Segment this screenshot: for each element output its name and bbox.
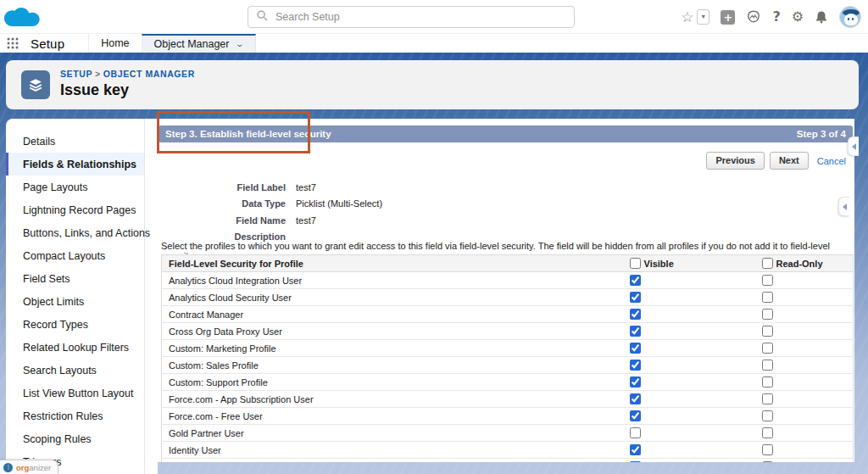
sidebar-item-lightning-record-pages[interactable]: Lightning Record Pages	[6, 198, 144, 221]
user-avatar[interactable]	[839, 6, 861, 28]
read-only-checkbox[interactable]	[762, 343, 773, 354]
field-security-panel: Step 3. Establish field-level security S…	[158, 119, 854, 462]
breadcrumb-separator: >	[92, 69, 103, 79]
salesforce-logo-icon	[3, 3, 42, 34]
profile-name: Analytics Cloud Integration User	[162, 272, 616, 289]
sidebar-item-label: Restriction Rules	[23, 410, 103, 422]
profile-name: Custom: Support Profile	[162, 374, 616, 391]
global-header: ☆ ▾ + ? ⚙	[0, 0, 868, 34]
sidebar-item-object-limits[interactable]: Object Limits	[6, 290, 144, 313]
read-only-checkbox[interactable]	[762, 427, 773, 438]
field-name-value: test7	[296, 215, 316, 226]
wizard-step-indicator: Step 3 of 4	[797, 129, 846, 139]
visible-checkbox[interactable]	[630, 326, 641, 337]
sidebar-nav: DetailsFields & RelationshipsPage Layout…	[6, 119, 145, 474]
profile-name: Analytics Cloud Security User	[162, 289, 616, 306]
visible-checkbox[interactable]	[630, 427, 641, 438]
read-only-checkbox[interactable]	[762, 376, 773, 388]
profile-name: Identity User	[162, 442, 616, 459]
read-only-checkbox[interactable]	[762, 393, 773, 404]
sidebar-item-scoping-rules[interactable]: Scoping Rules	[6, 427, 144, 450]
tab-object-manager[interactable]: Object Manager ⌄	[142, 34, 256, 53]
read-only-checkbox[interactable]	[762, 444, 773, 455]
visible-checkbox[interactable]	[630, 360, 641, 371]
visible-checkbox[interactable]	[630, 444, 641, 455]
sidebar-item-record-types[interactable]: Record Types	[6, 313, 144, 336]
visible-checkbox[interactable]	[630, 275, 641, 286]
breadcrumb-object-manager-link[interactable]: OBJECT MANAGER	[103, 69, 195, 79]
sidebar-item-search-layouts[interactable]: Search Layouts	[6, 359, 144, 382]
visible-checkbox[interactable]	[630, 343, 641, 354]
table-row: Custom: Sales Profile	[162, 357, 854, 374]
help-icon[interactable]: ?	[772, 10, 780, 24]
sidebar-item-list-view-button-layout[interactable]: List View Button Layout	[6, 382, 144, 404]
profile-name: Marketing User	[162, 459, 616, 463]
previous-button[interactable]: Previous	[706, 152, 764, 170]
read-only-checkbox[interactable]	[762, 461, 773, 462]
panel-collapse-tab[interactable]	[838, 197, 849, 216]
cancel-link[interactable]: Cancel	[817, 156, 846, 166]
profile-name: Cross Org Data Proxy User	[162, 323, 616, 340]
profile-name: Force.com - App Subscription User	[162, 391, 616, 408]
organizer-icon: !	[3, 463, 13, 472]
quick-create-icon[interactable]: +	[721, 10, 735, 25]
table-row: Analytics Cloud Security User	[162, 289, 854, 306]
sidebar-item-compact-layouts[interactable]: Compact Layouts	[6, 244, 144, 267]
sidebar-item-related-lookup-filters[interactable]: Related Lookup Filters	[6, 336, 144, 359]
read-only-checkbox[interactable]	[762, 360, 773, 371]
breadcrumb-setup-link[interactable]: SETUP	[60, 69, 92, 79]
next-button[interactable]: Next	[770, 152, 809, 170]
header-actions: ☆ ▾ + ? ⚙	[681, 0, 861, 34]
sidebar-item-details[interactable]: Details	[6, 130, 144, 153]
chevron-left-icon	[843, 204, 847, 210]
visible-checkbox[interactable]	[630, 309, 641, 320]
sidebar-item-label: Page Layouts	[23, 181, 87, 193]
sidebar-item-buttons-links-and-actions[interactable]: Buttons, Links, and Actions	[6, 221, 144, 244]
search-icon	[257, 9, 268, 25]
sidebar-item-fields-relationships[interactable]: Fields & Relationships	[6, 153, 144, 176]
visible-checkbox[interactable]	[630, 461, 641, 462]
read-only-checkbox[interactable]	[762, 309, 773, 320]
sidebar-item-label: Fields & Relationships	[23, 159, 136, 170]
read-only-checkbox[interactable]	[762, 410, 773, 421]
read-only-checkbox[interactable]	[762, 275, 773, 286]
visible-checkbox[interactable]	[630, 393, 641, 404]
favorites-dropdown-button[interactable]: ▾	[697, 9, 709, 25]
table-row: Custom: Support Profile	[162, 374, 854, 391]
visible-checkbox[interactable]	[630, 292, 641, 303]
setup-search[interactable]	[248, 6, 575, 28]
table-row: Force.com - App Subscription User	[162, 391, 854, 408]
table-row: Gold Partner User	[162, 425, 854, 442]
sidebar-item-label: Related Lookup Filters	[23, 342, 129, 354]
sidebar-item-field-sets[interactable]: Field Sets	[6, 267, 144, 290]
wizard-actions: Previous Next Cancel	[706, 152, 846, 170]
sidebar: DetailsFields & RelationshipsPage Layout…	[6, 119, 158, 474]
organizer-extension-badge[interactable]: ! organizer	[0, 460, 58, 474]
read-only-header-label: Read-Only	[776, 259, 823, 269]
chevron-left-icon	[852, 143, 856, 150]
column-header-visible: Visible	[616, 255, 748, 272]
header-collapse-tab[interactable]	[848, 137, 859, 156]
table-row: Analytics Cloud Integration User	[162, 272, 854, 289]
field-label-value: test7	[296, 182, 316, 192]
read-only-select-all-checkbox[interactable]	[762, 258, 773, 269]
visible-checkbox[interactable]	[630, 410, 641, 421]
visible-select-all-checkbox[interactable]	[630, 258, 641, 269]
sidebar-item-label: Scoping Rules	[23, 433, 92, 445]
column-header-read-only: Read-Only	[748, 255, 854, 272]
tab-home[interactable]: Home	[88, 34, 141, 53]
favorites-star-icon[interactable]: ☆	[681, 10, 693, 25]
sidebar-item-page-layouts[interactable]: Page Layouts	[6, 176, 144, 198]
app-launcher-icon[interactable]	[0, 34, 25, 53]
read-only-checkbox[interactable]	[762, 326, 773, 337]
notifications-bell-icon[interactable]	[815, 10, 828, 24]
column-header-profile: Field-Level Security for Profile	[162, 255, 616, 272]
page-header-card: SETUP>OBJECT MANAGER Issue key	[6, 60, 859, 109]
setup-nav-bar: Setup Home Object Manager ⌄	[0, 34, 868, 53]
sidebar-item-restriction-rules[interactable]: Restriction Rules	[6, 404, 144, 427]
gear-icon[interactable]: ⚙	[792, 10, 804, 24]
guidance-center-icon[interactable]	[746, 9, 761, 25]
search-input[interactable]	[275, 11, 574, 23]
read-only-checkbox[interactable]	[762, 292, 773, 303]
visible-checkbox[interactable]	[630, 376, 641, 388]
